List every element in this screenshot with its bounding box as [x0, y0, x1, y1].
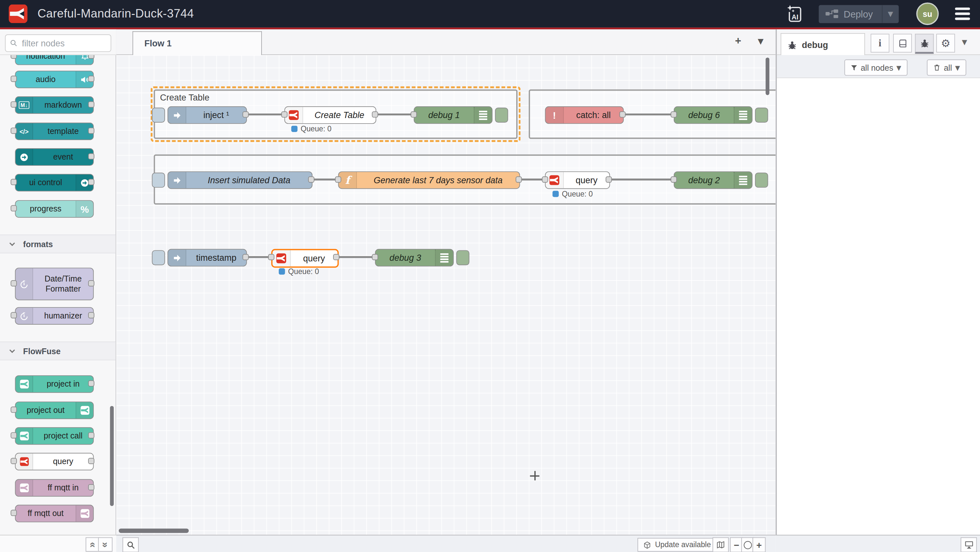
debug-toggle-button[interactable] [456, 250, 469, 265]
help-tab-button[interactable] [893, 34, 912, 53]
flow-canvas[interactable]: Create Table [116, 55, 776, 535]
palette-section-label: FlowFuse [23, 346, 60, 356]
debug-tab-button[interactable] [915, 34, 934, 54]
input-port[interactable] [281, 111, 288, 117]
chevron-down-icon [9, 241, 16, 247]
flow-list-caret[interactable]: ▼ [752, 37, 769, 46]
node-query-3-selected[interactable]: query [271, 249, 339, 268]
inject-button[interactable] [152, 250, 165, 265]
output-port[interactable] [242, 254, 248, 260]
debug-filter-button[interactable]: all nodes ▼ [844, 59, 907, 76]
ai-assistant-icon[interactable]: AI [786, 4, 802, 23]
input-port [11, 458, 17, 464]
palette-node-event[interactable]: event [15, 148, 94, 166]
input-port[interactable] [670, 111, 677, 117]
output-port [88, 101, 94, 107]
palette-scrollbar[interactable] [110, 406, 114, 506]
input-port[interactable] [268, 254, 274, 260]
deploy-options-caret[interactable]: ▼ [881, 5, 899, 23]
node-debug-3[interactable]: debug 3 [375, 249, 454, 266]
node-catch-all[interactable]: ! catch: all [545, 106, 624, 124]
palette-node-template[interactable]: </>template [15, 123, 94, 140]
output-port[interactable] [515, 176, 522, 183]
main-menu-button[interactable] [955, 8, 970, 20]
console-button[interactable] [961, 538, 977, 552]
input-port[interactable] [542, 176, 548, 183]
node-query-2[interactable]: query [545, 171, 610, 189]
ff-icon [16, 480, 33, 496]
palette-node-project-call[interactable]: project call [15, 427, 94, 445]
canvas-vertical-scrollbar[interactable] [765, 57, 769, 95]
output-port [88, 380, 94, 387]
output-port [88, 76, 94, 82]
palette-node-progress[interactable]: progress% [15, 200, 94, 218]
zoom-in-button[interactable]: + [752, 538, 766, 552]
canvas-horizontal-scrollbar[interactable] [119, 529, 189, 533]
update-available-button[interactable]: Update available [638, 538, 716, 552]
node-debug-1[interactable]: debug 1 [414, 106, 493, 124]
palette-section-formats[interactable]: formats [0, 235, 116, 253]
inject-button[interactable] [152, 108, 165, 123]
palette-node-notification[interactable]: notification [15, 55, 94, 65]
flowfuse-logo-icon [9, 4, 27, 23]
node-generate-sensor-data[interactable]: f Generate last 7 days sensor data [338, 171, 520, 189]
debug-clear-button[interactable]: all ▼ [927, 59, 966, 76]
input-port [11, 280, 17, 286]
sidebar-tab-debug[interactable]: debug [781, 33, 865, 56]
node-inject-1[interactable]: inject ¹ [167, 106, 247, 124]
output-port[interactable] [619, 111, 625, 117]
node-status: Queue: 0 [552, 190, 593, 198]
svg-text:AI: AI [791, 13, 798, 21]
node-insert-simulated-data[interactable]: Insert simulated Data [167, 171, 312, 189]
palette-node-ff-mqtt-in[interactable]: ff mqtt in [15, 479, 94, 496]
config-tab-button[interactable]: ⚙ [936, 34, 955, 53]
input-port[interactable] [410, 111, 417, 117]
palette-node-markdown[interactable]: M↓markdown [15, 96, 94, 114]
input-port[interactable] [372, 254, 378, 260]
palette-node-date-time-formatter[interactable]: Date/Time Formatter [15, 268, 94, 300]
palette-node-audio[interactable]: audio [15, 71, 94, 88]
node-create-table-query[interactable]: Create Table [284, 106, 376, 124]
palette-node-project-out[interactable]: project out [15, 402, 94, 419]
node-timestamp[interactable]: timestamp [167, 249, 247, 266]
debug-toggle-button[interactable] [755, 108, 768, 123]
node-debug-2[interactable]: debug 2 [674, 171, 752, 189]
header: Careful-Mandarin-Duck-3744 AI Deploy ▼ s… [0, 0, 980, 27]
status-dot [552, 191, 559, 197]
palette-node-ui-control[interactable]: ui control [15, 174, 94, 191]
deploy-button[interactable]: Deploy ▼ [819, 5, 899, 23]
info-tab-button[interactable]: i [870, 34, 889, 53]
inject-arrow-icon [168, 172, 186, 188]
palette-node-label: Date/Time Formatter [33, 268, 93, 299]
navigator-button[interactable] [713, 538, 729, 552]
palette-node-project-in[interactable]: project in [15, 375, 94, 393]
output-port[interactable] [308, 176, 314, 183]
palette-node-humanizer[interactable]: humanizer [15, 307, 94, 325]
palette-section-flowfuse[interactable]: FlowFuse [0, 341, 116, 361]
sidebar: debug i ⚙ ▼ all nodes ▼ all ▼ [775, 30, 980, 535]
palette-node-ff-mqtt-out[interactable]: ff mqtt out [15, 505, 94, 522]
debug-toggle-button[interactable] [755, 172, 768, 187]
palette-node-label: project call [33, 428, 93, 444]
input-port[interactable] [670, 176, 677, 183]
node-debug-6[interactable]: debug 6 [674, 106, 752, 124]
output-port[interactable] [242, 111, 248, 117]
output-port[interactable] [606, 176, 612, 183]
palette-node-query[interactable]: query [15, 453, 94, 470]
palette-filter-input[interactable] [21, 38, 104, 49]
palette-node-label: audio [16, 71, 75, 88]
palette-node-label: event [33, 149, 93, 165]
palette-expand-all-button[interactable]: » [98, 538, 113, 552]
palette-filter-box[interactable] [5, 34, 111, 52]
add-flow-button[interactable]: + [730, 35, 746, 48]
inject-button[interactable] [152, 172, 165, 187]
debug-toggle-button[interactable] [495, 108, 508, 123]
flow-tab-label: Flow 1 [144, 38, 172, 48]
output-port[interactable] [333, 254, 339, 260]
search-flows-button[interactable] [123, 538, 139, 552]
output-port[interactable] [372, 111, 378, 117]
tab-flow-1[interactable]: Flow 1 [132, 31, 262, 56]
sidebar-options-caret[interactable]: ▼ [962, 38, 967, 46]
input-port[interactable] [335, 176, 341, 183]
user-avatar[interactable]: su [916, 3, 939, 25]
